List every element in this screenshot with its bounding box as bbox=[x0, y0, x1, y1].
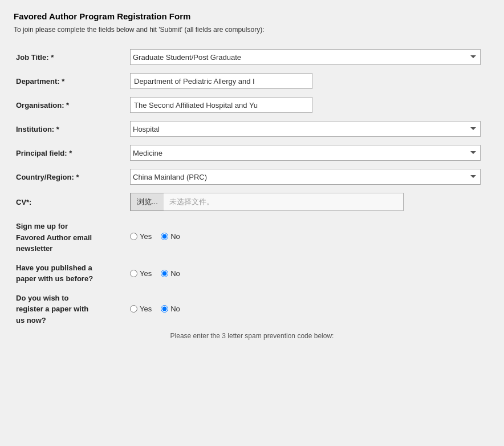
country-region-select[interactable]: China Mainland (PRC) United States Unite… bbox=[130, 169, 481, 185]
organisation-label: Organisation: * bbox=[16, 101, 69, 110]
published-yes-label[interactable]: Yes bbox=[130, 269, 152, 278]
institution-select[interactable]: Hospital University Research Institute O… bbox=[130, 121, 481, 137]
row-register-paper: Do you wish toregister a paper withus no… bbox=[14, 289, 490, 330]
register-paper-label: Do you wish toregister a paper withus no… bbox=[16, 293, 125, 326]
published-no-radio[interactable] bbox=[161, 270, 168, 277]
institution-label: Institution: * bbox=[16, 125, 59, 133]
row-cv: CV*: 浏览... 未选择文件。 bbox=[14, 189, 490, 215]
published-radio-group: Yes No bbox=[130, 269, 488, 278]
published-yes-text: Yes bbox=[140, 269, 152, 278]
department-input[interactable] bbox=[130, 73, 312, 89]
cv-label: CV*: bbox=[16, 198, 31, 206]
principal-field-label: Principal field: * bbox=[16, 149, 72, 157]
published-no-text: No bbox=[170, 269, 180, 278]
newsletter-yes-radio[interactable] bbox=[130, 233, 137, 240]
row-job-title: Job Title: * Graduate Student/Post Gradu… bbox=[14, 45, 490, 69]
bottom-note: Please enter the 3 letter spam preventio… bbox=[14, 332, 490, 340]
published-label: Have you published apaper with us before… bbox=[16, 262, 125, 285]
form-table: Job Title: * Graduate Student/Post Gradu… bbox=[14, 45, 490, 330]
register-paper-no-radio[interactable] bbox=[161, 305, 168, 313]
country-region-label: Country/Region: * bbox=[16, 173, 79, 181]
register-paper-radio-group: Yes No bbox=[130, 305, 488, 313]
newsletter-label: Sign me up forFavored Author emailnewsle… bbox=[16, 221, 125, 254]
form-subtitle: To join please complete the fields below… bbox=[14, 26, 490, 34]
row-department: Department: * bbox=[14, 69, 490, 93]
job-title-label: Job Title: * bbox=[16, 53, 54, 62]
register-paper-yes-label[interactable]: Yes bbox=[130, 305, 152, 313]
register-paper-no-text: No bbox=[170, 305, 180, 313]
organisation-input[interactable] bbox=[130, 97, 312, 113]
job-title-select[interactable]: Graduate Student/Post Graduate Professor… bbox=[130, 49, 481, 65]
newsletter-no-text: No bbox=[170, 232, 180, 241]
published-no-label[interactable]: No bbox=[161, 269, 180, 278]
row-organisation: Organisation: * bbox=[14, 93, 490, 117]
newsletter-no-radio[interactable] bbox=[161, 233, 168, 240]
row-institution: Institution: * Hospital University Resea… bbox=[14, 117, 490, 141]
browse-button[interactable]: 浏览... bbox=[131, 193, 164, 211]
file-name-display: 未选择文件。 bbox=[164, 194, 403, 209]
row-published: Have you published apaper with us before… bbox=[14, 258, 490, 289]
file-upload-area: 浏览... 未选择文件。 bbox=[130, 193, 404, 211]
register-paper-yes-radio[interactable] bbox=[130, 305, 137, 313]
row-principal-field: Principal field: * Medicine Biology Chem… bbox=[14, 141, 490, 165]
row-newsletter: Sign me up forFavored Author emailnewsle… bbox=[14, 215, 490, 258]
newsletter-yes-label[interactable]: Yes bbox=[130, 232, 152, 241]
register-paper-yes-text: Yes bbox=[140, 305, 152, 313]
principal-field-select[interactable]: Medicine Biology Chemistry Physics Engin… bbox=[130, 145, 481, 161]
department-label: Department: * bbox=[16, 77, 64, 86]
newsletter-no-label[interactable]: No bbox=[161, 232, 180, 241]
form-container: Favored Author Program Registration Form… bbox=[0, 0, 504, 351]
newsletter-yes-text: Yes bbox=[140, 232, 152, 241]
register-paper-no-label[interactable]: No bbox=[161, 305, 180, 313]
published-yes-radio[interactable] bbox=[130, 270, 137, 277]
row-country-region: Country/Region: * China Mainland (PRC) U… bbox=[14, 165, 490, 189]
newsletter-radio-group: Yes No bbox=[130, 232, 488, 241]
form-title: Favored Author Program Registration Form bbox=[14, 11, 490, 21]
